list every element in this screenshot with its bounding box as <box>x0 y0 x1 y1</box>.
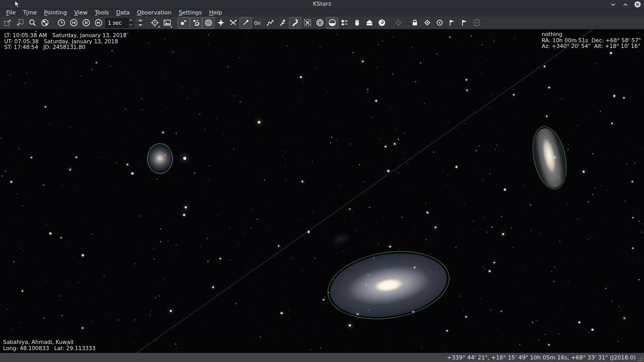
info-line: Az: +340° 20' 54" Alt: +18° 10' 16" <box>542 43 641 50</box>
mouse-icon <box>353 19 361 27</box>
magnifier-icon <box>28 19 37 27</box>
window-title: KStars <box>0 1 644 7</box>
timestep-spin-buttons: +− <box>128 18 134 28</box>
menu-data[interactable]: Data <box>112 9 133 17</box>
timestep-steppers <box>136 18 144 28</box>
dropdown-caret-icon <box>158 26 160 28</box>
titlebar[interactable]: KStars <box>0 0 644 9</box>
toggle-asteroids-button[interactable] <box>227 17 239 29</box>
resize-grip[interactable] <box>638 356 643 361</box>
constellation-lines-icon <box>266 19 275 27</box>
focus-info-overlay: nothingRA: 10h 00m 51s Dec: +68° 58' 57"… <box>542 31 641 50</box>
toggle-solar-system-button[interactable] <box>190 17 202 29</box>
stars-icon <box>180 19 188 27</box>
center-object-button[interactable] <box>433 17 446 29</box>
menu-tools[interactable]: Tools <box>91 9 112 17</box>
step-forward-button[interactable] <box>92 17 105 29</box>
zoom-in-button[interactable] <box>2 17 14 29</box>
horizon-icon <box>328 19 336 27</box>
deep-sky-icon <box>204 19 213 27</box>
info-line: Long: 48.100833 Lat: 29.113333 <box>3 345 95 352</box>
media-step-back-icon <box>70 19 78 27</box>
constellation-art-icon <box>279 19 287 27</box>
crossed-icon <box>229 19 237 27</box>
menu-help[interactable]: Help <box>205 9 226 17</box>
sky-view[interactable]: LT: 10:05:38 AM Saturday, January 13, 20… <box>0 29 644 353</box>
info-line: nothing <box>542 31 641 38</box>
zoom-in-icon <box>4 19 12 27</box>
star4-icon <box>217 19 225 27</box>
remove-button <box>471 17 483 29</box>
ori-text-icon: Ori <box>254 19 262 27</box>
views-button[interactable] <box>161 17 173 29</box>
menubar: FileTimePointingViewToolsDataObservation… <box>0 9 644 17</box>
circle-minus-icon <box>473 19 481 27</box>
milky-way-icon <box>291 19 299 27</box>
supernova-icon <box>242 19 250 27</box>
zoom-out-button[interactable] <box>14 17 26 29</box>
list-icon <box>341 19 349 27</box>
maximize-icon[interactable] <box>622 1 629 8</box>
globe-icon <box>41 19 49 27</box>
zoom-out-icon <box>16 19 24 27</box>
dropdown-caret-icon <box>170 26 172 28</box>
flag-1-button[interactable] <box>446 17 458 29</box>
toggle-constellation-lines-button[interactable] <box>264 17 277 29</box>
minimize-icon[interactable] <box>609 1 616 8</box>
toggle-deep-sky-objects-button[interactable] <box>202 17 215 29</box>
lock-icon <box>411 19 419 27</box>
toggle-stars-button[interactable] <box>178 17 190 29</box>
info-line: Sabahiya, Ahmadi, Kuwait <box>3 339 95 345</box>
lock-position-button[interactable] <box>409 17 421 29</box>
timestep-faster-button[interactable] <box>136 18 144 23</box>
flag-2-button[interactable] <box>458 17 471 29</box>
ekos-button[interactable] <box>363 17 376 29</box>
kstars-window: KStars FileTimePointingViewToolsDataObse… <box>0 0 644 362</box>
step-backward-button[interactable] <box>68 17 80 29</box>
set-geographic-location-button[interactable] <box>39 17 51 29</box>
toggle-supernovae-button[interactable] <box>239 17 252 29</box>
center-target-icon <box>436 19 444 27</box>
toggle-constellation-boundaries-button[interactable] <box>301 17 314 29</box>
menu-view[interactable]: View <box>71 9 91 17</box>
close-icon[interactable] <box>634 1 641 8</box>
starfield-canvas <box>0 29 644 353</box>
window-controls <box>609 1 641 8</box>
timestep-value[interactable]: 1 sec <box>105 18 128 28</box>
eye-swirl-icon <box>378 19 386 27</box>
spin-plus-button[interactable]: + <box>128 18 134 23</box>
spin-minus-button[interactable]: − <box>128 23 134 28</box>
download-data-button[interactable] <box>351 17 363 29</box>
menu-file[interactable]: File <box>3 9 19 17</box>
observation-list-button[interactable] <box>339 17 351 29</box>
time-info-overlay: LT: 10:05:38 AM Saturday, January 13, 20… <box>4 32 126 51</box>
toggle-bright-stars-button[interactable] <box>215 17 227 29</box>
find-object-button[interactable] <box>26 17 39 29</box>
set-time-button[interactable] <box>55 17 68 29</box>
galaxy-round-fuzzy-marker[interactable] <box>147 143 173 174</box>
toggle-milky-way-button[interactable] <box>289 17 301 29</box>
toggle-horizon-button[interactable] <box>326 17 339 29</box>
menu-settings[interactable]: Settings <box>175 9 205 17</box>
toggle-constellation-names-button[interactable]: Ori <box>252 17 264 29</box>
menu-time[interactable]: Time <box>19 9 40 17</box>
crosshair-dim-icon <box>394 19 403 27</box>
stop-clock-button[interactable] <box>80 17 92 29</box>
statusbar: +339° 44' 21", +18° 15' 49" 10h 05m 16s,… <box>0 353 644 362</box>
menu-observation[interactable]: Observation <box>133 9 175 17</box>
color-scheme-button[interactable] <box>421 17 433 29</box>
toggle-equatorial-grid-button[interactable] <box>314 17 326 29</box>
timestep-slower-button[interactable] <box>136 23 144 28</box>
statusbar-coordinates: +339° 44' 21", +18° 15' 49" 10h 05m 16s,… <box>447 354 644 361</box>
info-line: LT: 10:05:38 AM Saturday, January 13, 20… <box>4 32 126 39</box>
planets-icon <box>192 19 200 27</box>
boundaries-icon <box>303 19 312 27</box>
pointing-button[interactable] <box>149 17 161 29</box>
dome-icon <box>365 19 374 27</box>
timestep-spinbox[interactable]: 1 sec+− <box>105 18 134 28</box>
media-step-forward-icon <box>94 19 103 27</box>
menu-pointing[interactable]: Pointing <box>40 9 70 17</box>
whats-interesting-button[interactable] <box>376 17 388 29</box>
toggle-constellation-art-button[interactable] <box>277 17 289 29</box>
paint-icon <box>423 19 431 27</box>
